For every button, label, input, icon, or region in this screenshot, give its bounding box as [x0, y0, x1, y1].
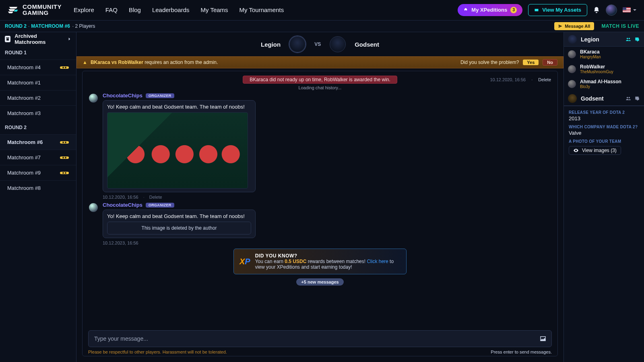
- team-a-logo[interactable]: [289, 36, 305, 52]
- locale-selector[interactable]: [623, 7, 637, 12]
- chevron-down-icon: [633, 8, 637, 12]
- q1-label: RELEASE YEAR OF DOTA 2: [569, 110, 639, 115]
- matchroom-item[interactable]: Matchroom #8: [0, 180, 76, 195]
- round-1-header: ROUND 1: [0, 46, 76, 60]
- player-subtitle: Blo3y: [580, 84, 621, 89]
- right-sidebar: Legion BKaracaHangryManRobWalkerTheMushr…: [564, 32, 644, 362]
- matchroom-item[interactable]: Matchroom #6: [0, 134, 76, 150]
- chat-body: BKaraca did not ready up on time, RobWal…: [83, 71, 557, 326]
- matchroom-item[interactable]: Matchroom #1: [0, 75, 76, 90]
- chevron-right-icon: [68, 37, 71, 41]
- message-username[interactable]: ChocolateChips: [103, 93, 142, 99]
- matchroom-label: Matchroom #3: [7, 110, 41, 116]
- main-layout: Archived Matchrooms ROUND 1 Matchroom #4…: [0, 32, 644, 362]
- chat-input-box[interactable]: [88, 330, 552, 347]
- system-delete-button[interactable]: Delete: [538, 77, 551, 82]
- team-a-logo-small: [568, 35, 577, 44]
- questions-panel: RELEASE YEAR OF DOTA 2 2013 WHICH COMPAN…: [564, 106, 644, 159]
- admin-players: BKaraca vs RobWalker: [91, 60, 143, 65]
- matchroom-label: Matchroom #8: [7, 185, 41, 191]
- matchroom-label: Matchroom #7: [7, 154, 41, 160]
- team-members-icon[interactable]: [625, 96, 631, 101]
- chat-panel: BKaraca did not ready up on time, RobWal…: [82, 71, 558, 356]
- tip-link[interactable]: Click here: [367, 259, 388, 264]
- chat-message: ChocolateChips ORGANIZER Yo! Keep calm a…: [89, 93, 551, 192]
- archive-icon: [5, 36, 10, 42]
- chat-hint: Press enter to send messages.: [491, 350, 552, 354]
- organizer-tag: ORGANIZER: [146, 203, 174, 208]
- message-bubble: Yo! Keep calm and beat Godsent team. The…: [103, 210, 256, 238]
- admin-yes-button[interactable]: Yes: [523, 60, 539, 65]
- breadcrumb-matchroom[interactable]: MATCHROOM #6: [31, 23, 70, 29]
- brand[interactable]: COMMUNITYGAMING: [7, 4, 62, 16]
- nav-my-tournaments[interactable]: My Tournaments: [239, 6, 284, 13]
- matchroom-item[interactable]: Matchroom #9: [0, 165, 76, 180]
- team-members-icon[interactable]: [625, 37, 631, 42]
- right-team-a-header[interactable]: Legion: [564, 32, 644, 47]
- team-a-name: Legion: [261, 41, 281, 48]
- admin-no-button[interactable]: No: [543, 59, 557, 66]
- match-header: Legion VS Godsent: [76, 32, 564, 56]
- breadcrumb-round[interactable]: ROUND 2: [5, 23, 27, 29]
- message-avatar[interactable]: [89, 94, 98, 103]
- xpeditions-button[interactable]: My XPeditions 3: [458, 4, 522, 16]
- team-b-logo[interactable]: [330, 36, 346, 52]
- eye-icon: [573, 148, 579, 153]
- deleted-image-notice: This image is deleted by the author: [107, 222, 251, 234]
- matchroom-label: Matchroom #6: [7, 139, 43, 145]
- message-time: 10.12.2023, 16:56: [103, 241, 138, 245]
- message-avatar[interactable]: [89, 203, 98, 212]
- right-team-b-header[interactable]: Godsent: [564, 91, 644, 106]
- message-image[interactable]: [107, 112, 248, 189]
- system-banner: BKaraca did not ready up on time, RobWal…: [243, 76, 397, 84]
- breadcrumb-bar: ROUND 2 · MATCHROOM #6 · 2 Players Messa…: [0, 20, 644, 32]
- admin-prompt: Did you solve the problem?: [460, 60, 519, 65]
- nav-blog[interactable]: Blog: [129, 6, 141, 13]
- notifications-icon[interactable]: [593, 6, 600, 14]
- player-item[interactable]: RobWalkerTheMushroomGuy: [564, 62, 644, 76]
- nav-leaderboards[interactable]: Leaderboards: [152, 6, 190, 13]
- matchroom-item[interactable]: Matchroom #2: [0, 90, 76, 105]
- chat-input[interactable]: [93, 335, 539, 342]
- archived-matchrooms-button[interactable]: Archived Matchrooms: [0, 32, 76, 46]
- nav-explore[interactable]: Explore: [74, 6, 94, 13]
- message-username[interactable]: ChocolateChips: [103, 202, 142, 208]
- vs-label: VS: [314, 41, 321, 47]
- q1-value: 2013: [569, 115, 639, 121]
- message-all-button[interactable]: Message All: [554, 22, 594, 30]
- nav-my-teams[interactable]: My Teams: [200, 6, 228, 13]
- match-live-label: MATCH IS LIVE: [601, 23, 639, 29]
- matchroom-item[interactable]: Matchroom #7: [0, 150, 76, 165]
- chat-warning: Please be respectful to other players. H…: [88, 350, 227, 354]
- team-chat-icon[interactable]: [634, 37, 640, 42]
- new-messages-pill[interactable]: +5 new messages: [296, 278, 343, 286]
- system-message-row: BKaraca did not ready up on time, RobWal…: [89, 76, 551, 84]
- q2-label: WHICH COMPANY MADE DOTA 2?: [569, 125, 639, 129]
- matchroom-label: Matchroom #2: [7, 95, 41, 101]
- matchroom-item[interactable]: Matchroom #4: [0, 60, 76, 75]
- matchroom-item[interactable]: Matchroom #3: [0, 105, 76, 121]
- message-bubble: Yo! Keep calm and beat Godsent team. The…: [103, 100, 256, 192]
- team-chat-icon[interactable]: [634, 96, 640, 101]
- xp-tip-card: XP DID YOU KNOW? You can earn 0.5 USDC r…: [233, 249, 407, 274]
- user-avatar[interactable]: [606, 4, 617, 16]
- tip-text: You can earn 0.5 USDC rewards between ma…: [255, 259, 400, 270]
- player-name: BKaraca: [580, 49, 601, 55]
- player-item[interactable]: BKaracaHangryMan: [564, 47, 644, 62]
- round-2-header: ROUND 2: [0, 121, 76, 134]
- flag-us-icon: [623, 7, 631, 12]
- matchroom-label: Matchroom #9: [7, 170, 41, 176]
- matchroom-badge: [60, 156, 69, 159]
- view-assets-button[interactable]: View My Assets: [528, 4, 587, 16]
- player-avatar: [568, 65, 576, 73]
- warning-icon: ▲: [83, 60, 87, 65]
- nav-faq[interactable]: FAQ: [105, 6, 118, 13]
- center-panel: Legion VS Godsent ▲ BKaraca vs RobWalker…: [76, 32, 564, 362]
- view-images-button[interactable]: View images (3): [569, 146, 621, 155]
- attach-image-icon[interactable]: [539, 335, 547, 342]
- q3-label: A PHOTO OF YOUR TEAM: [569, 139, 639, 144]
- send-icon: [558, 24, 562, 28]
- message-delete-button[interactable]: Delete: [149, 195, 162, 200]
- team-b-logo-small: [568, 94, 577, 103]
- player-item[interactable]: Ahmad Al-HassonBlo3y: [564, 76, 644, 91]
